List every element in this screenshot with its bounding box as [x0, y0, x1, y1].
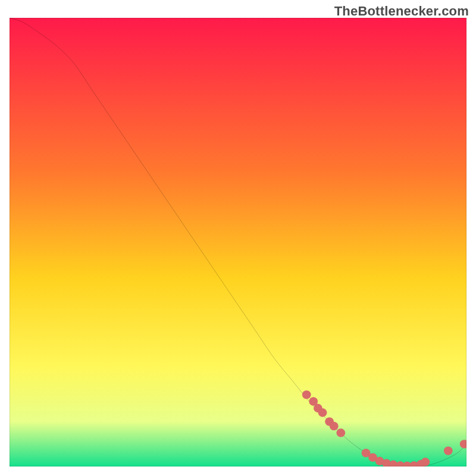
- watermark-text: TheBottlenecker.com: [334, 4, 469, 19]
- chart-container: TheBottlenecker.com: [0, 0, 476, 476]
- chart-svg: [10, 18, 466, 466]
- gradient-background: [10, 18, 466, 466]
- data-point: [318, 408, 327, 416]
- data-point: [330, 422, 339, 430]
- data-point: [302, 390, 311, 399]
- data-point: [444, 446, 453, 455]
- data-point: [421, 458, 430, 466]
- data-point: [337, 428, 346, 437]
- plot-area: [10, 18, 466, 466]
